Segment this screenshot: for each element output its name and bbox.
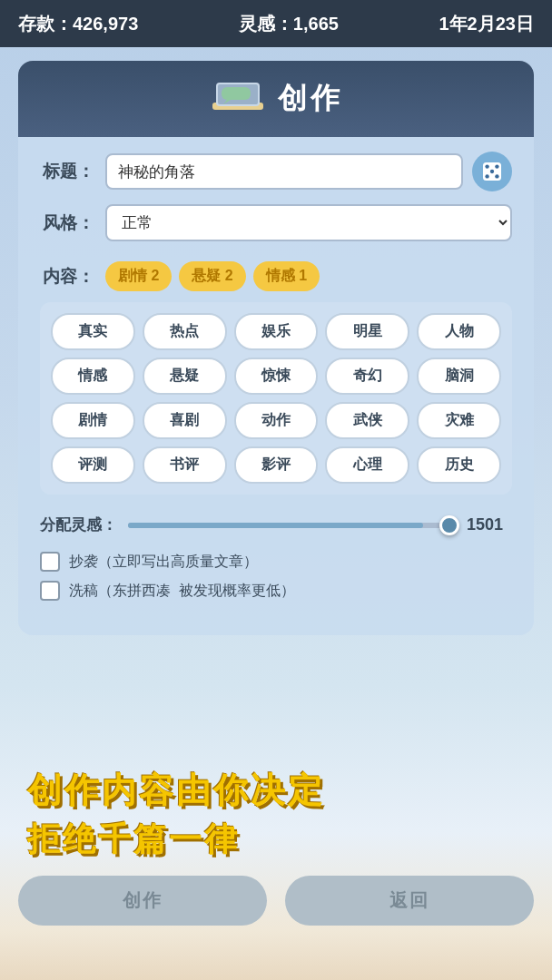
tag-btn-15[interactable]: 评测 [51,446,135,484]
tag-btn-11[interactable]: 喜剧 [143,402,227,439]
tag-btn-2[interactable]: 娱乐 [234,313,319,350]
slider-value: 1501 [467,515,512,534]
create-button[interactable]: 创作 [18,876,267,926]
form-area: 标题： 风格： 正常 轻松 严肃 幽默 [18,137,534,261]
back-button[interactable]: 返回 [285,876,534,926]
svg-point-7 [495,164,498,168]
content-tag-drama[interactable]: 剧情 2 [105,261,172,291]
checkbox-plagiarism[interactable] [40,552,60,572]
tag-btn-14[interactable]: 灾难 [417,402,501,439]
big-text-line2: 拒绝千篇一律 [27,818,552,862]
tag-btn-19[interactable]: 历史 [417,446,501,484]
tag-btn-9[interactable]: 脑洞 [417,358,501,395]
style-label: 风格： [40,211,94,235]
panel-title: 创作 [278,79,343,119]
tags-grid: 真实热点娱乐明星人物情感悬疑惊悚奇幻脑洞剧情喜剧动作武侠灾难评测书评影评心理历史 [51,313,501,484]
title-row: 标题： [40,152,512,191]
tag-btn-13[interactable]: 武侠 [325,402,409,439]
top-bar: 存款：426,973 灵感：1,665 1年2月23日 [0,0,552,47]
tags-grid-container: 真实热点娱乐明星人物情感悬疑惊悚奇幻脑洞剧情喜剧动作武侠灾难评测书评影评心理历史 [40,302,512,495]
tag-btn-17[interactable]: 影评 [234,446,319,484]
content-tag-mystery[interactable]: 悬疑 2 [179,261,245,291]
laptop-icon [209,77,267,121]
title-label: 标题： [40,160,94,183]
inspiration-display: 灵感：1,665 [239,12,339,36]
slider-track[interactable] [128,523,456,528]
slider-thumb[interactable] [439,515,459,535]
main-panel: 创作 标题： 风格： 正常 轻松 [18,61,534,635]
tag-btn-18[interactable]: 心理 [325,446,409,484]
svg-point-9 [495,174,498,178]
slider-fill [128,523,423,528]
content-section: 内容： 剧情 2 悬疑 2 情感 1 [18,261,534,291]
svg-point-8 [485,174,488,178]
style-row: 风格： 正常 轻松 严肃 幽默 [40,204,512,241]
dice-icon [480,160,504,183]
checkbox-section: 抄袭（立即写出高质量文章） 洗稿（东拼西凑 被发现概率更低） [18,548,534,617]
tag-btn-10[interactable]: 剧情 [51,402,135,439]
svg-point-6 [485,164,488,168]
tag-btn-1[interactable]: 热点 [143,313,227,350]
title-input[interactable] [105,153,463,190]
svg-rect-3 [222,87,251,100]
tag-btn-4[interactable]: 人物 [417,313,501,350]
content-tag-emotion[interactable]: 情感 1 [253,261,320,291]
checkbox-spinwrite[interactable] [40,581,60,601]
panel-header: 创作 [18,61,534,137]
tag-btn-12[interactable]: 动作 [234,402,319,439]
tag-btn-16[interactable]: 书评 [143,446,227,484]
slider-section: 分配灵感： 1501 [18,507,534,548]
checkbox-plagiarism-label: 抄袭（立即写出高质量文章） [69,553,258,572]
tag-btn-5[interactable]: 情感 [51,358,135,395]
tag-btn-7[interactable]: 惊悚 [234,358,319,395]
content-row: 内容： 剧情 2 悬疑 2 情感 1 [40,261,512,291]
tag-btn-8[interactable]: 奇幻 [325,358,409,395]
big-text-line1: 创作内容由你决定 [27,768,552,814]
checkbox-plagiarism-row: 抄袭（立即写出高质量文章） [40,552,512,572]
motivational-text: 创作内容由你决定 拒绝千篇一律 [0,768,552,862]
bottom-overlay: 创作内容由你决定 拒绝千篇一律 创作 返回 [0,780,552,980]
style-select[interactable]: 正常 轻松 严肃 幽默 [105,204,512,241]
date-display: 1年2月23日 [439,12,534,36]
dice-button[interactable] [472,152,512,191]
slider-row: 分配灵感： 1501 [40,514,512,535]
content-tags: 剧情 2 悬疑 2 情感 1 [105,261,512,291]
slider-label: 分配灵感： [40,514,117,535]
tag-btn-6[interactable]: 悬疑 [143,358,227,395]
checkbox-spinwrite-row: 洗稿（东拼西凑 被发现概率更低） [40,581,512,601]
checkbox-spinwrite-label: 洗稿（东拼西凑 被发现概率更低） [69,582,295,601]
action-buttons: 创作 返回 [18,876,534,926]
tag-btn-0[interactable]: 真实 [51,313,135,350]
content-label: 内容： [40,265,94,289]
svg-point-10 [490,170,494,173]
savings-display: 存款：426,973 [18,12,138,36]
tag-btn-3[interactable]: 明星 [325,313,409,350]
